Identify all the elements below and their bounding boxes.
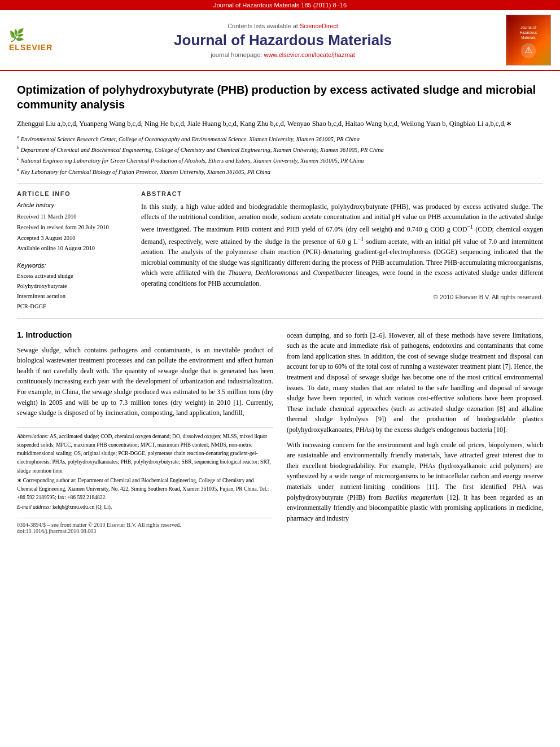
email-address: kelqb@xmu.edu.cn (Q. Li). bbox=[53, 504, 112, 510]
abstract-body: In this study, a high value-added and bi… bbox=[141, 203, 543, 287]
received-date: Received 11 March 2010 bbox=[17, 212, 130, 222]
footnotes-section: Abbreviations: AS, acclimated sludge; CO… bbox=[17, 427, 273, 512]
affiliation-c: c National Engineering Laboratory for Gr… bbox=[17, 155, 543, 165]
journal-citation: Journal of Hazardous Materials 185 (2011… bbox=[213, 2, 347, 8]
section1-title: 1. Introduction bbox=[17, 330, 273, 339]
elsevier-label: ELSEVIER bbox=[9, 43, 53, 52]
affiliations: a Environmental Science Research Center,… bbox=[17, 134, 543, 176]
article-dates: Received 11 March 2010 Received in revis… bbox=[17, 212, 130, 255]
svg-text:Materials: Materials bbox=[521, 36, 535, 40]
revised-date: Received in revised form 20 July 2010 bbox=[17, 222, 130, 233]
online-date: Available online 10 August 2010 bbox=[17, 243, 130, 254]
abstract-heading: ABSTRACT bbox=[141, 190, 543, 197]
email-line: E-mail address: kelqb@xmu.edu.cn (Q. Li)… bbox=[17, 503, 273, 512]
journal-header: 🌿 ELSEVIER Contents lists available at S… bbox=[0, 10, 560, 71]
bottom-info: 0304-3894/$ – see front matter © 2010 El… bbox=[17, 518, 273, 534]
corresponding-author: ∗ Corresponding author at: Department of… bbox=[17, 477, 273, 503]
abbreviations: Abbreviations: AS, acclimated sludge; CO… bbox=[17, 433, 273, 475]
body-two-col: 1. Introduction Sewage sludge, which con… bbox=[17, 330, 543, 534]
journal-cover-image: Journal of Hazardous Materials ⚠ bbox=[506, 15, 551, 65]
contents-available: Contents lists available at ScienceDirec… bbox=[69, 23, 497, 29]
journal-title-area: Contents lists available at ScienceDirec… bbox=[69, 23, 497, 58]
journal-citation-bar: Journal of Hazardous Materials 185 (2011… bbox=[0, 0, 560, 10]
abbreviations-label: Abbreviations: bbox=[17, 434, 49, 439]
article-info-abstract-section: ARTICLE INFO Article history: Received 1… bbox=[17, 190, 543, 312]
body-divider bbox=[17, 318, 543, 319]
publisher-logo-area: 🌿 ELSEVIER bbox=[9, 28, 60, 52]
intro-para-1: Sewage sludge, which contains pathogens … bbox=[17, 345, 273, 418]
keyword-1: Excess activated sludge bbox=[17, 271, 130, 281]
doi-line: doi:10.1016/j.jhazmat.2010.08.003 bbox=[17, 528, 273, 534]
authors-line: Zhenggui Liu a,b,c,d, Yuanpeng Wang b,c,… bbox=[17, 119, 543, 129]
authors-text: Zhenggui Liu a,b,c,d, Yuanpeng Wang b,c,… bbox=[17, 120, 512, 128]
homepage-link[interactable]: www.elsevier.com/locate/jhazmat bbox=[264, 51, 355, 58]
main-content: Optimization of polyhydroxybutyrate (PHB… bbox=[0, 71, 560, 545]
email-label: E-mail address: bbox=[17, 504, 51, 510]
journal-title: Journal of Hazardous Materials bbox=[69, 32, 497, 49]
body-left-column: 1. Introduction Sewage sludge, which con… bbox=[17, 330, 273, 534]
intro-para-2: ocean dumping, and so forth [2–6]. Howev… bbox=[287, 330, 543, 435]
article-info-column: ARTICLE INFO Article history: Received 1… bbox=[17, 190, 130, 312]
abbreviations-text: AS, acclimated sludge; COD, chemical oxy… bbox=[17, 434, 271, 474]
elsevier-logo: 🌿 ELSEVIER bbox=[9, 28, 53, 52]
keyword-4: PCR-DGGE bbox=[17, 302, 130, 312]
accepted-date: Accepted 3 August 2010 bbox=[17, 233, 130, 244]
keywords-list: Excess activated sludge Polyhydroxybutyr… bbox=[17, 271, 130, 311]
article-info-heading: ARTICLE INFO bbox=[17, 190, 130, 197]
affiliation-d: d Key Laboratory for Chemical Biology of… bbox=[17, 167, 543, 176]
sciencedirect-link[interactable]: ScienceDirect bbox=[300, 23, 338, 29]
article-title: Optimization of polyhydroxybutyrate (PHB… bbox=[17, 82, 543, 112]
keywords-label: Keywords: bbox=[17, 262, 130, 269]
journal-homepage: journal homepage: www.elsevier.com/locat… bbox=[69, 51, 497, 58]
abstract-text: In this study, a high value-added and bi… bbox=[141, 202, 543, 289]
svg-text:⚠: ⚠ bbox=[524, 45, 532, 55]
cover-svg: Journal of Hazardous Materials ⚠ bbox=[509, 15, 548, 65]
affiliation-a: a Environmental Science Research Center,… bbox=[17, 134, 543, 143]
issn-line: 0304-3894/$ – see front matter © 2010 El… bbox=[17, 522, 273, 528]
body-section: 1. Introduction Sewage sludge, which con… bbox=[17, 330, 543, 534]
svg-text:Hazardous: Hazardous bbox=[520, 30, 537, 34]
keywords-section: Keywords: Excess activated sludge Polyhy… bbox=[17, 262, 130, 311]
keyword-2: Polyhydroxybutyrate bbox=[17, 281, 130, 291]
body-right-column: ocean dumping, and so forth [2–6]. Howev… bbox=[287, 330, 543, 534]
svg-text:Journal of: Journal of bbox=[520, 25, 536, 29]
section1-text-right: ocean dumping, and so forth [2–6]. Howev… bbox=[287, 330, 543, 524]
intro-para-3: With increasing concern for the environm… bbox=[287, 440, 543, 524]
keyword-3: Intermittent aeration bbox=[17, 291, 130, 302]
copyright-line: © 2010 Elsevier B.V. All rights reserved… bbox=[141, 294, 543, 300]
corresponding-label: ∗ Corresponding author at: Department of… bbox=[17, 478, 269, 500]
elsevier-tree-icon: 🌿 bbox=[9, 28, 24, 42]
affiliation-b: b Department of Chemical and Biochemical… bbox=[17, 145, 543, 154]
section1-text-left: Sewage sludge, which contains pathogens … bbox=[17, 345, 273, 418]
article-history-label: Article history: bbox=[17, 202, 130, 208]
abstract-column: ABSTRACT In this study, a high value-add… bbox=[141, 190, 543, 312]
header-divider bbox=[17, 183, 543, 184]
